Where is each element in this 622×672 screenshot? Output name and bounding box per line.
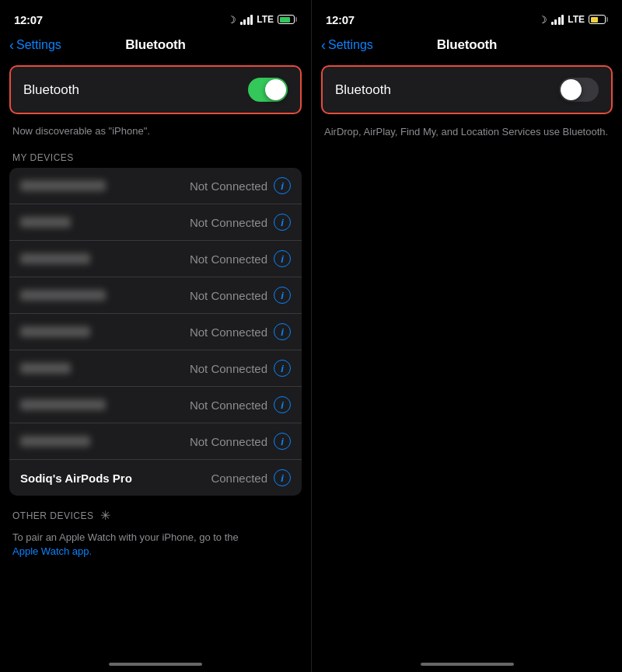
- table-row: Not Connected i: [9, 423, 302, 460]
- device-status-text: Not Connected: [190, 179, 267, 193]
- bluetooth-label-right: Bluetooth: [335, 82, 391, 98]
- signal-bars-left: [240, 15, 253, 25]
- device-list: Not Connected i Not Connected i Not Conn…: [9, 168, 302, 496]
- device-status-text: Not Connected: [190, 326, 267, 339]
- time-right: 12:07: [326, 13, 355, 26]
- lte-right: LTE: [568, 14, 585, 25]
- device-status-text: Not Connected: [190, 399, 267, 412]
- table-row: Not Connected i: [9, 241, 302, 277]
- my-devices-header: MY DEVICES: [0, 140, 311, 168]
- device-status-area: Not Connected i: [190, 177, 291, 194]
- bluetooth-off-subtitle: AirDrop, AirPlay, Find My, and Location …: [312, 120, 622, 142]
- device-name-blurred: [20, 217, 71, 228]
- device-name-blurred: [20, 253, 90, 264]
- toggle-knob-right: [561, 79, 582, 100]
- device-status-area: Not Connected i: [190, 323, 291, 340]
- back-button-right[interactable]: ‹ Settings: [321, 38, 373, 52]
- table-row: Not Connected i: [9, 350, 302, 387]
- battery-icon-right: [589, 15, 608, 24]
- bluetooth-toggle-section-right: Bluetooth: [321, 65, 613, 114]
- battery-fill-left: [280, 17, 291, 23]
- apple-watch-link[interactable]: Apple Watch app.: [12, 545, 92, 557]
- device-name-blurred: [20, 399, 106, 410]
- info-icon[interactable]: i: [274, 250, 291, 267]
- home-indicator-right: [421, 663, 514, 666]
- device-name-blurred: [20, 363, 71, 374]
- other-devices-section: OTHER DEVICES ✳: [0, 496, 311, 528]
- device-status-text: Not Connected: [190, 435, 267, 448]
- device-status-text: Not Connected: [190, 362, 267, 375]
- back-button-left[interactable]: ‹ Settings: [9, 38, 61, 52]
- discoverable-subtitle-left: Now discoverable as "iPhone".: [0, 120, 311, 140]
- device-status-area: Not Connected i: [190, 287, 291, 304]
- info-icon[interactable]: i: [274, 214, 291, 231]
- device-status-area: Not Connected i: [190, 250, 291, 267]
- info-icon[interactable]: i: [274, 360, 291, 377]
- info-icon[interactable]: i: [274, 287, 291, 304]
- device-name-blurred: [20, 290, 106, 301]
- device-status-area: Connected i: [211, 469, 291, 486]
- page-title-left: Bluetooth: [125, 37, 186, 53]
- device-status-area: Not Connected i: [190, 214, 291, 231]
- status-bar-right: 12:07 ☽ LTE: [312, 0, 622, 34]
- battery-fill-right: [591, 17, 598, 23]
- apple-watch-text: To pair an Apple Watch with your iPhone,…: [0, 528, 311, 562]
- info-icon[interactable]: i: [274, 396, 291, 413]
- table-row: Not Connected i: [9, 168, 302, 204]
- home-indicator-left: [109, 663, 202, 666]
- status-icons-left: ☽ LTE: [227, 14, 297, 26]
- moon-icon-right: ☽: [538, 14, 547, 26]
- bluetooth-toggle-section-left: Bluetooth: [9, 65, 302, 114]
- page-title-right: Bluetooth: [437, 37, 498, 53]
- device-name-blurred: [20, 436, 90, 447]
- info-icon[interactable]: i: [274, 177, 291, 194]
- device-status-area: Not Connected i: [190, 433, 291, 450]
- table-row: Not Connected i: [9, 277, 302, 314]
- device-name-blurred: [20, 180, 106, 191]
- time-left: 12:07: [14, 13, 43, 26]
- bluetooth-toggle-right[interactable]: [559, 78, 599, 102]
- toggle-knob-left: [265, 79, 286, 100]
- device-status-text: Not Connected: [190, 289, 267, 302]
- device-status-area: Not Connected i: [190, 396, 291, 413]
- device-status-text: Not Connected: [190, 252, 267, 266]
- device-status-text: Not Connected: [190, 216, 267, 229]
- table-row: Not Connected i: [9, 387, 302, 423]
- other-devices-label: OTHER DEVICES: [12, 510, 94, 521]
- left-phone-panel: 12:07 ☽ LTE ‹ Settings Bluetooth: [0, 0, 311, 672]
- status-icons-right: ☽ LTE: [538, 14, 608, 26]
- info-icon-airpods[interactable]: i: [274, 469, 291, 486]
- info-icon[interactable]: i: [274, 323, 291, 340]
- right-phone-panel: 12:07 ☽ LTE ‹ Settings Bluetooth: [311, 0, 622, 672]
- device-status-area: Not Connected i: [190, 360, 291, 377]
- loading-spinner-icon: ✳: [100, 508, 110, 523]
- signal-bars-right: [551, 15, 564, 25]
- chevron-left-icon: ‹: [9, 38, 14, 52]
- nav-bar-right: ‹ Settings Bluetooth: [312, 34, 622, 59]
- battery-icon-left: [278, 15, 297, 24]
- nav-bar-left: ‹ Settings Bluetooth: [0, 34, 311, 59]
- table-row: Not Connected i: [9, 314, 302, 350]
- chevron-left-icon-right: ‹: [321, 38, 326, 52]
- moon-icon-left: ☽: [227, 14, 236, 26]
- bluetooth-toggle-left[interactable]: [248, 78, 288, 102]
- bluetooth-label-left: Bluetooth: [23, 82, 79, 98]
- airpods-pro-row[interactable]: Sodiq's AirPods Pro Connected i: [9, 460, 302, 496]
- table-row: Not Connected i: [9, 204, 302, 241]
- airpods-status: Connected: [211, 472, 267, 485]
- status-bar-left: 12:07 ☽ LTE: [0, 0, 311, 34]
- back-label-left: Settings: [16, 38, 61, 52]
- lte-left: LTE: [257, 14, 274, 25]
- back-label-right: Settings: [328, 38, 373, 52]
- device-name-blurred: [20, 326, 90, 337]
- airpods-name: Sodiq's AirPods Pro: [20, 472, 132, 485]
- info-icon[interactable]: i: [274, 433, 291, 450]
